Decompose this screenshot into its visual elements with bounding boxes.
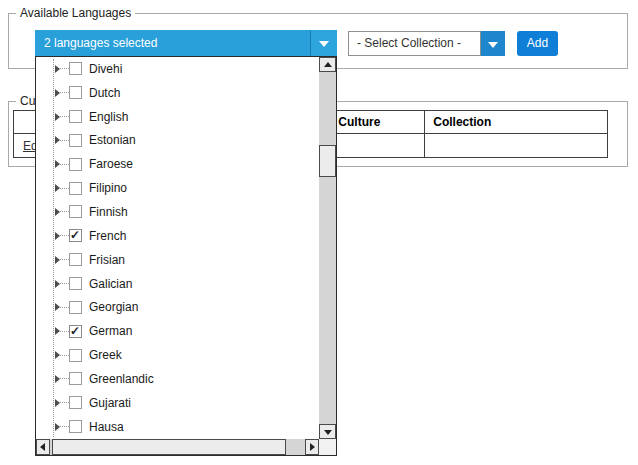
- tree-item-georgian[interactable]: Georgian: [36, 295, 319, 319]
- scroll-right-button[interactable]: [305, 439, 319, 455]
- tree-item-galician[interactable]: Galician: [36, 272, 319, 296]
- collection-combobox[interactable]: - Select Collection -: [348, 31, 505, 56]
- arrow-down-icon: [324, 430, 332, 435]
- tree-item-label: Greenlandic: [89, 372, 154, 386]
- tree-item-greenlandic[interactable]: Greenlandic: [36, 367, 319, 391]
- tree-item-label: Finnish: [89, 205, 128, 219]
- culture-cell: [330, 134, 425, 158]
- vertical-scrollbar[interactable]: [319, 57, 336, 439]
- collection-cell: [425, 134, 608, 158]
- tree-item-french[interactable]: French: [36, 224, 319, 248]
- checkbox-unchecked[interactable]: [69, 420, 82, 433]
- tree-connector: [60, 283, 69, 284]
- tree-connector: [60, 68, 69, 69]
- tree-connector: [60, 116, 69, 117]
- tree-item-label: Gujarati: [89, 396, 131, 410]
- tree-connector: [60, 235, 69, 236]
- checkbox-unchecked[interactable]: [69, 205, 82, 218]
- tree-item-frisian[interactable]: Frisian: [36, 248, 319, 272]
- add-button[interactable]: Add: [517, 31, 558, 56]
- vertical-scrollbar-thumb[interactable]: [319, 145, 336, 177]
- tree-connector: [60, 331, 69, 332]
- checkbox-unchecked[interactable]: [69, 62, 82, 75]
- tree-connector: [60, 92, 69, 93]
- tree-connector: [60, 140, 69, 141]
- scrollbar-corner: [319, 439, 336, 455]
- checkbox-checked[interactable]: [69, 229, 82, 242]
- tree-item-label: French: [89, 229, 126, 243]
- tree-item-label: Hausa: [89, 420, 124, 434]
- tree-item-german[interactable]: German: [36, 319, 319, 343]
- header-cell-culture: Culture: [330, 111, 425, 134]
- tree-item-label: Divehi: [89, 62, 122, 76]
- checkbox-unchecked[interactable]: [69, 277, 82, 290]
- tree-item-hausa[interactable]: Hausa: [36, 415, 319, 439]
- horizontal-scrollbar[interactable]: [36, 439, 319, 455]
- available-languages-title: Available Languages: [16, 6, 135, 20]
- tree-connector: [60, 259, 69, 260]
- tree-item-gujarati[interactable]: Gujarati: [36, 391, 319, 415]
- tree-item-label: English: [89, 110, 128, 124]
- checkbox-unchecked[interactable]: [69, 349, 82, 362]
- chevron-down-icon: [319, 41, 329, 47]
- checkbox-unchecked[interactable]: [69, 86, 82, 99]
- scroll-left-button[interactable]: [36, 439, 50, 455]
- checkbox-unchecked[interactable]: [69, 396, 82, 409]
- header-cell-collection: Collection: [425, 111, 608, 134]
- tree-item-label: Dutch: [89, 86, 120, 100]
- tree-item-estonian[interactable]: Estonian: [36, 129, 319, 153]
- checkbox-unchecked[interactable]: [69, 301, 82, 314]
- collection-combobox-dropdown-button[interactable]: [481, 31, 505, 56]
- scroll-down-button[interactable]: [319, 424, 336, 439]
- languages-combobox[interactable]: 2 languages selected: [35, 30, 337, 56]
- checkbox-unchecked[interactable]: [69, 182, 82, 195]
- checkbox-unchecked[interactable]: [69, 110, 82, 123]
- tree-item-finnish[interactable]: Finnish: [36, 200, 319, 224]
- page: Available Languages Current Languages Cu…: [0, 0, 638, 465]
- tree-item-label: Georgian: [89, 300, 138, 314]
- tree-connector: [60, 355, 69, 356]
- languages-combobox-value: 2 languages selected: [44, 30, 157, 56]
- tree-connector: [60, 211, 69, 212]
- tree-item-dutch[interactable]: Dutch: [36, 81, 319, 105]
- tree-item-label: German: [89, 324, 132, 338]
- languages-dropdown-popup: DivehiDutchEnglishEstonianFaroeseFilipin…: [35, 56, 337, 456]
- tree-item-filipino[interactable]: Filipino: [36, 176, 319, 200]
- tree-connector: [60, 426, 69, 427]
- checkbox-unchecked[interactable]: [69, 134, 82, 147]
- tree-item-label: Filipino: [89, 181, 127, 195]
- chevron-down-icon: [488, 41, 498, 47]
- tree-connector: [60, 402, 69, 403]
- checkbox-unchecked[interactable]: [69, 253, 82, 266]
- tree-connector: [60, 164, 69, 165]
- arrow-left-icon: [40, 443, 45, 451]
- tree-item-label: Estonian: [89, 133, 136, 147]
- language-tree: DivehiDutchEnglishEstonianFaroeseFilipin…: [36, 57, 319, 439]
- tree-item-label: Faroese: [89, 157, 133, 171]
- tree-connector: [60, 378, 69, 379]
- horizontal-scrollbar-thumb[interactable]: [52, 439, 286, 455]
- tree-item-label: Greek: [89, 348, 122, 362]
- tree-item-english[interactable]: English: [36, 105, 319, 129]
- collection-combobox-value[interactable]: - Select Collection -: [348, 31, 481, 56]
- arrow-right-icon: [310, 443, 315, 451]
- scroll-up-button[interactable]: [319, 57, 336, 72]
- tree-item-greek[interactable]: Greek: [36, 343, 319, 367]
- tree-connector: [60, 307, 69, 308]
- checkbox-unchecked[interactable]: [69, 372, 82, 385]
- tree-item-divehi[interactable]: Divehi: [36, 57, 319, 81]
- tree-item-label: Galician: [89, 277, 132, 291]
- tree-item-faroese[interactable]: Faroese: [36, 152, 319, 176]
- tree-item-label: Frisian: [89, 253, 125, 267]
- languages-combobox-dropdown-button[interactable]: [310, 30, 337, 56]
- tree-connector: [60, 188, 69, 189]
- checkbox-unchecked[interactable]: [69, 158, 82, 171]
- arrow-up-icon: [324, 62, 332, 67]
- checkbox-checked[interactable]: [69, 325, 82, 338]
